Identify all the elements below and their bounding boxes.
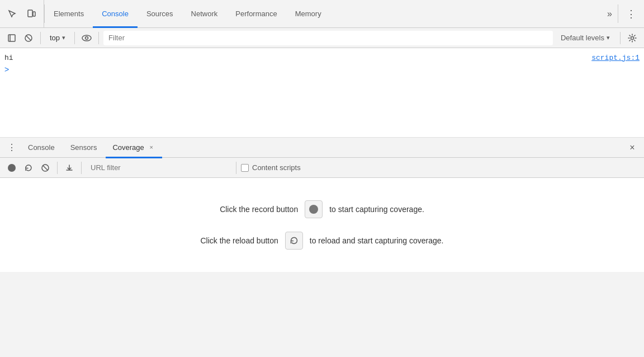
context-selector[interactable]: top ▾	[45, 32, 70, 43]
tab-memory[interactable]: Memory	[286, 1, 330, 28]
svg-rect-1	[33, 12, 35, 16]
show-console-sidebar-button[interactable]	[4, 31, 19, 45]
reload-hint-icon	[285, 232, 303, 250]
svg-line-5	[26, 36, 31, 40]
nav-icon-group	[0, 0, 44, 27]
tab-performance[interactable]: Performance	[226, 1, 286, 28]
console-filter-input[interactable]	[103, 31, 553, 45]
close-bottom-panel-button[interactable]: ×	[625, 140, 640, 155]
record-hint: Click the record button to start capturi…	[220, 200, 424, 218]
toolbar-sep-1	[40, 32, 41, 44]
url-filter-input[interactable]	[86, 161, 231, 175]
more-tabs-button[interactable]: »	[602, 0, 618, 27]
coverage-export-button[interactable]	[62, 161, 77, 175]
coverage-clear-button[interactable]	[38, 161, 53, 175]
svg-line-10	[43, 166, 48, 170]
svg-rect-2	[8, 35, 15, 41]
record-hint-icon	[305, 200, 323, 218]
record-icon-hint	[309, 205, 318, 214]
bottom-tab-console[interactable]: Console	[21, 138, 61, 158]
svg-rect-0	[28, 10, 32, 17]
content-scripts-toggle[interactable]: Content scripts	[241, 163, 301, 172]
svg-point-6	[82, 35, 91, 41]
toolbar-sep-4	[620, 32, 621, 44]
bottom-panel-more-button[interactable]: ⋮	[4, 140, 19, 155]
bottom-tabs-bar: ⋮ Console Sensors Coverage × ×	[0, 138, 644, 158]
bottom-tab-sensors[interactable]: Sensors	[64, 138, 104, 158]
live-expressions-button[interactable]	[79, 31, 94, 45]
console-settings-button[interactable]	[625, 31, 640, 45]
coverage-record-button[interactable]	[4, 161, 19, 175]
tab-console[interactable]: Console	[93, 1, 138, 28]
cov-sep-2	[81, 162, 82, 174]
cov-sep-1	[57, 162, 58, 174]
coverage-empty-state: Click the record button to start capturi…	[0, 178, 644, 272]
nav-tabs: Elements Console Sources Network Perform…	[45, 0, 602, 27]
console-prompt-line[interactable]: >	[0, 64, 644, 75]
bottom-panel: ⋮ Console Sensors Coverage × ×	[0, 138, 644, 272]
svg-point-7	[86, 36, 88, 39]
toolbar-sep-2	[74, 32, 75, 44]
inspect-element-button[interactable]	[4, 6, 20, 22]
reload-hint: Click the reload button to reload and st…	[200, 232, 443, 250]
bottom-tab-coverage[interactable]: Coverage ×	[106, 138, 162, 158]
device-toolbar-button[interactable]	[23, 6, 39, 22]
cov-sep-3	[236, 162, 236, 174]
console-toolbar: top ▾ Default levels ▾	[0, 28, 644, 48]
coverage-toolbar: Content scripts	[0, 158, 644, 178]
console-log-line: hi script.js:1	[0, 51, 644, 64]
svg-point-8	[631, 36, 634, 39]
log-level-selector[interactable]: Default levels ▾	[555, 32, 615, 44]
devtools-menu-button[interactable]: ⋮	[618, 0, 644, 27]
toolbar-sep-3	[98, 32, 99, 44]
record-icon	[8, 164, 16, 172]
top-nav-bar: Elements Console Sources Network Perform…	[0, 0, 644, 28]
console-output: hi script.js:1 >	[0, 48, 644, 138]
clear-console-button[interactable]	[21, 31, 36, 45]
coverage-reload-button[interactable]	[21, 161, 36, 175]
tab-sources[interactable]: Sources	[138, 1, 182, 28]
close-coverage-tab-button[interactable]: ×	[148, 143, 155, 151]
tab-elements[interactable]: Elements	[45, 1, 93, 28]
content-scripts-checkbox[interactable]	[241, 164, 249, 172]
tab-network[interactable]: Network	[182, 1, 227, 28]
